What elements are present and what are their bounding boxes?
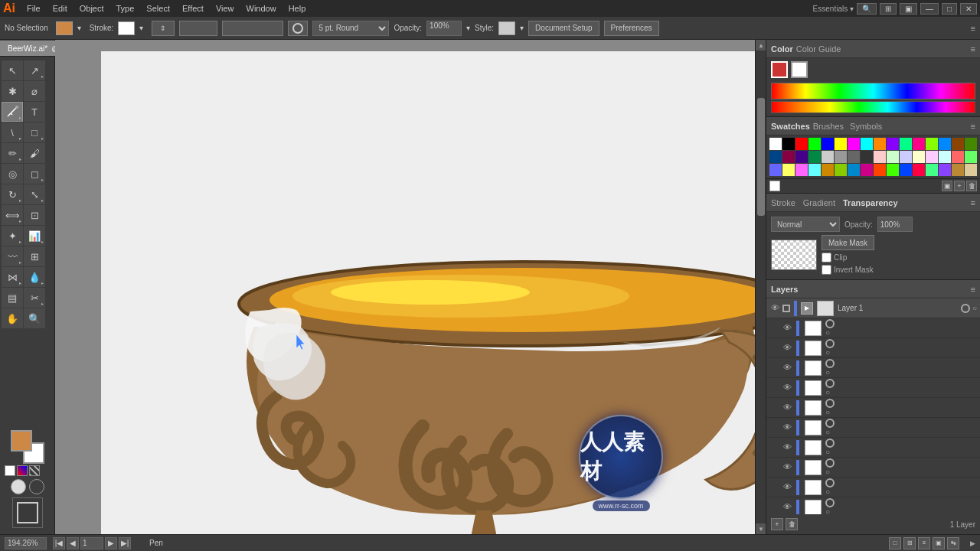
swatch-libraries-icon[interactable]: ▣ — [942, 181, 952, 191]
layer-visibility-icon[interactable]: 👁 — [769, 303, 780, 314]
swatch-item[interactable] — [835, 164, 847, 176]
fill-dropdown[interactable]: ▾ — [77, 24, 85, 32]
panel-expand-btn[interactable]: ▶ — [970, 540, 975, 547]
color-gradient-bar[interactable] — [771, 83, 975, 99]
new-swatch-icon[interactable]: + — [954, 181, 965, 191]
line-tool-btn[interactable]: \▸ — [2, 122, 23, 142]
style-dropdown[interactable]: ▾ — [520, 24, 524, 32]
pencil-tool-btn[interactable]: ✏▸ — [2, 143, 23, 163]
pen-tool-btn[interactable]: ▸ — [2, 102, 23, 122]
swatches-panel-title[interactable]: Swatches — [771, 122, 810, 131]
layer-visibility-toggle[interactable]: ○ — [972, 304, 977, 312]
layer-sub-item[interactable]: 👁 ○ — [766, 497, 980, 514]
sub-layer-target[interactable] — [825, 478, 835, 487]
normal-mode-icon[interactable] — [11, 479, 26, 494]
sub-layer-target[interactable] — [825, 498, 835, 507]
menu-object[interactable]: Object — [74, 2, 109, 15]
swatch-item[interactable] — [874, 151, 886, 163]
search-button[interactable]: 🔍 — [857, 3, 877, 15]
new-layer-button[interactable]: + — [771, 518, 783, 530]
brush-tool-btn[interactable]: 🖌 — [24, 143, 45, 163]
swatch-item[interactable] — [769, 151, 782, 163]
menu-edit[interactable]: Edit — [47, 2, 73, 15]
sub-layer-target[interactable] — [825, 419, 835, 428]
vertical-scrollbar[interactable]: ▲ ▼ — [755, 40, 766, 534]
swatch-item[interactable] — [913, 151, 925, 163]
gradient-panel-tab[interactable]: Gradient — [803, 198, 835, 207]
arrange-windows-button[interactable]: ⊞ — [880, 3, 897, 15]
sub-layer-eye-icon[interactable]: 👁 — [782, 403, 792, 413]
screen-mode-button[interactable]: ▣ — [900, 3, 917, 15]
eraser-tool-btn[interactable]: ◻▸ — [24, 164, 45, 184]
swatch-item[interactable] — [861, 164, 873, 176]
transparency-panel-options-icon[interactable]: ≡ — [971, 198, 975, 207]
align-right-icon[interactable]: ↹ — [947, 537, 959, 549]
scroll-up-btn[interactable]: ▲ — [756, 40, 766, 51]
swatch-item[interactable] — [848, 138, 860, 150]
none-icon[interactable] — [5, 465, 15, 476]
eyedropper-tool-btn[interactable]: 💧▸ — [24, 267, 45, 287]
gradient-icon[interactable] — [17, 465, 28, 476]
swatch-item[interactable] — [848, 151, 860, 163]
menu-file[interactable]: File — [21, 2, 46, 15]
last-page-button[interactable]: ▶| — [119, 537, 131, 549]
swatch-item[interactable] — [926, 151, 938, 163]
menu-window[interactable]: Window — [241, 2, 282, 15]
sub-layer-target[interactable] — [825, 439, 835, 448]
width-tool-btn[interactable]: ⟺▸ — [2, 205, 23, 225]
swatch-item[interactable] — [965, 151, 977, 163]
stroke-panel-tab[interactable]: Stroke — [771, 198, 795, 207]
color-spectrum-bar[interactable] — [771, 101, 975, 113]
background-color-swatch[interactable] — [791, 61, 808, 78]
swatch-item[interactable] — [887, 164, 899, 176]
swatch-item[interactable] — [939, 164, 951, 176]
swatch-item[interactable] — [795, 138, 808, 150]
layer-sub-item[interactable]: 👁 ○ — [766, 478, 980, 497]
swatch-item[interactable] — [952, 164, 964, 176]
layer-sub-item[interactable]: 👁 ○ — [766, 438, 980, 458]
foreground-color-swatch[interactable] — [771, 61, 788, 78]
more-icon[interactable]: ▣ — [933, 537, 945, 549]
style-box[interactable] — [498, 21, 515, 35]
distribute-icon[interactable]: ⊞ — [903, 537, 916, 549]
swatch-item[interactable] — [874, 138, 886, 150]
color-panel-title[interactable]: Color — [771, 44, 793, 54]
swatch-item[interactable] — [887, 138, 899, 150]
swatch-item[interactable] — [848, 164, 860, 176]
layer-sub-item[interactable]: 👁 ○ — [766, 398, 980, 418]
swatch-item[interactable] — [782, 138, 795, 150]
swatch-item[interactable] — [835, 151, 847, 163]
layer-sub-item[interactable]: 👁 ○ — [766, 318, 980, 338]
swatch-item[interactable] — [887, 151, 899, 163]
sub-layer-target[interactable] — [825, 399, 835, 408]
hand-tool-btn[interactable]: ✋ — [2, 308, 23, 328]
menu-view[interactable]: View — [211, 2, 240, 15]
swatch-item[interactable] — [874, 164, 886, 176]
layer-sub-item[interactable]: 👁 ○ — [766, 458, 980, 478]
gradient-tool-btn[interactable]: ▤ — [2, 288, 23, 308]
swatch-item[interactable] — [835, 138, 847, 150]
blend-tool-btn[interactable]: ⋈▸ — [2, 267, 23, 287]
opacity-dropdown[interactable]: ▾ — [466, 24, 470, 32]
layer-lock-icon[interactable] — [782, 305, 790, 312]
stroke-input[interactable] — [222, 21, 283, 36]
scissors-tool-btn[interactable]: ✂▸ — [24, 288, 45, 308]
document-setup-button[interactable]: Document Setup — [528, 21, 599, 36]
sub-layer-eye-icon[interactable]: 👁 — [782, 363, 792, 373]
sub-layer-target[interactable] — [825, 379, 835, 388]
layer-target-indicator[interactable] — [961, 304, 970, 313]
layers-panel-options-icon[interactable]: ≡ — [971, 285, 975, 294]
brushes-tab[interactable]: Brushes — [813, 122, 844, 131]
swatch-item[interactable] — [913, 138, 925, 150]
sub-layer-target[interactable] — [825, 359, 835, 368]
options-expand-icon[interactable]: ≡ — [971, 24, 975, 33]
scale-tool-btn[interactable]: ⤡▸ — [24, 184, 45, 204]
sub-layer-target[interactable] — [825, 319, 835, 328]
swatch-item[interactable] — [861, 151, 873, 163]
layer-sub-item[interactable]: 👁 ○ — [766, 378, 980, 398]
swatch-item[interactable] — [782, 164, 795, 176]
swatch-none-icon[interactable] — [769, 181, 780, 191]
swatch-item[interactable] — [952, 138, 964, 150]
rotate-tool-btn[interactable]: ↻▸ — [2, 184, 23, 204]
swatch-item[interactable] — [952, 151, 964, 163]
